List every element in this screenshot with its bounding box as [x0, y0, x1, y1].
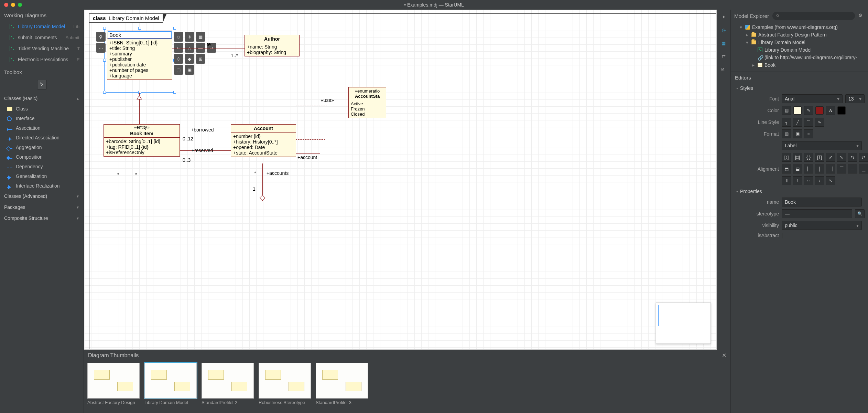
thumbnail-card[interactable]: Abstract Factory Design: [87, 363, 140, 405]
format-icon-button[interactable]: ▣: [793, 129, 802, 138]
minimap[interactable]: [656, 303, 711, 344]
stereotype-browse-button[interactable]: 🔍: [855, 209, 865, 218]
quick-more-button[interactable]: ⋯: [96, 43, 106, 53]
styles-section-header[interactable]: ▾Styles: [731, 83, 868, 93]
bring-front-button[interactable]: ⬒: [782, 165, 791, 173]
working-diagram-item[interactable]: Ticket Vending Machine — T: [0, 43, 84, 54]
linestyle-curve-button[interactable]: ∿: [815, 118, 824, 127]
quick-composition-button[interactable]: ◆: [185, 54, 194, 64]
property-name-input[interactable]: Book: [782, 198, 862, 206]
align-right-button[interactable]: ▕: [826, 165, 835, 173]
pointer-tool[interactable]: [37, 80, 47, 89]
format-opt-8[interactable]: ⇄: [859, 153, 868, 162]
tree-item[interactable]: ▾Library Domain Model: [734, 39, 865, 46]
format-opt-3[interactable]: { }: [804, 153, 813, 162]
tool-group-classes-advanced[interactable]: Classes (Advanced)▼: [0, 191, 84, 202]
grid-view-icon[interactable]: ▦: [720, 39, 727, 47]
property-stereotype-input[interactable]: —: [782, 209, 852, 218]
align-center-button[interactable]: │: [815, 165, 824, 173]
distribute-h-button[interactable]: ⫴: [782, 176, 791, 185]
tree-item[interactable]: 🔗(link to http://www.uml-diagrams.org/li…: [734, 54, 865, 61]
association-line[interactable]: [172, 49, 245, 49]
markdown-icon[interactable]: M↓: [720, 65, 727, 73]
quick-dependency-button[interactable]: ⇠: [174, 43, 183, 53]
quick-aggregation-button[interactable]: ◊: [174, 54, 183, 64]
quick-port-button[interactable]: ▢: [174, 65, 183, 75]
working-diagram-item[interactable]: submit_comments — Submit: [0, 32, 84, 43]
uml-class-author[interactable]: Author +name: String+biography: String: [245, 35, 300, 56]
text-color-swatch[interactable]: [837, 106, 846, 115]
format-opt-7[interactable]: ⇆: [848, 153, 857, 162]
format-opt-5[interactable]: ⤢: [826, 153, 835, 162]
minimize-window-button[interactable]: [11, 3, 15, 7]
tree-item[interactable]: ▸Book: [734, 61, 865, 69]
tool-composition[interactable]: Composition: [0, 152, 84, 162]
stereotype-display-select[interactable]: Label: [782, 141, 862, 150]
working-diagram-item[interactable]: Electronic Prescriptions — E: [0, 54, 84, 65]
quick-part-button[interactable]: ▣: [185, 65, 194, 75]
align-bottom-button[interactable]: ▁: [859, 165, 868, 173]
thumbnail-card[interactable]: Robustness Stereotype: [259, 363, 311, 405]
quick-add-attribute-button[interactable]: ◇: [174, 32, 183, 42]
linestyle-oblique-button[interactable]: ╱: [793, 118, 802, 127]
property-isabstract-checkbox[interactable]: [782, 233, 782, 239]
tool-aggregation[interactable]: Aggregation: [0, 142, 84, 152]
settings-icon[interactable]: ⚙: [858, 13, 865, 19]
association-line[interactable]: [296, 153, 320, 153]
quick-nested-button[interactable]: ⊞: [196, 54, 205, 64]
dependency-line[interactable]: [296, 106, 327, 106]
model-explorer-search[interactable]: [772, 12, 855, 20]
tool-interface-realization[interactable]: Interface Realization: [0, 181, 84, 191]
tree-item[interactable]: Library Domain Model: [734, 46, 865, 54]
maximize-window-button[interactable]: [18, 3, 22, 7]
linestyle-rounded-button[interactable]: ⌒: [804, 118, 813, 127]
thumbnail-card[interactable]: StandardProfileL3: [316, 363, 368, 405]
uml-class-book-item[interactable]: «entity» Book Item +barcode: String[0..1…: [104, 124, 180, 157]
font-size-select[interactable]: 13: [845, 94, 865, 103]
send-back-button[interactable]: ⬓: [793, 165, 802, 173]
match-height-button[interactable]: ↕: [815, 176, 824, 185]
linestyle-rectilinear-button[interactable]: ┐: [782, 118, 791, 127]
thumbnail-card[interactable]: StandardProfileL2: [202, 363, 254, 405]
close-thumbnails-button[interactable]: ✕: [722, 352, 726, 359]
diagram-canvas[interactable]: class Library Domain Model Book +ISBN: S…: [84, 10, 717, 350]
format-opt-6[interactable]: ⤡: [837, 153, 846, 162]
target-icon[interactable]: ◎: [720, 26, 727, 34]
tree-item[interactable]: ▾Examples (from www.uml-diagrams.org): [734, 23, 865, 31]
font-family-select[interactable]: Arial: [782, 94, 843, 103]
close-window-button[interactable]: [4, 3, 8, 7]
format-opt-2[interactable]: [□]: [793, 153, 802, 162]
class-name-inline-editor[interactable]: Book: [108, 31, 172, 39]
fill-color-swatch[interactable]: [793, 106, 802, 115]
align-left-button[interactable]: ▏: [804, 165, 813, 173]
align-top-button[interactable]: ▔: [837, 165, 846, 173]
tool-directed-association[interactable]: Directed Association: [0, 133, 84, 142]
fill-color-picker-button[interactable]: ▤: [782, 106, 791, 115]
quick-association-button[interactable]: —: [196, 43, 205, 53]
match-size-button[interactable]: ⤡: [826, 176, 835, 185]
format-decoration-button[interactable]: ≡: [804, 129, 813, 138]
align-middle-button[interactable]: ─: [848, 165, 857, 173]
line-color-swatch[interactable]: [815, 106, 824, 115]
format-opt-1[interactable]: [↕]: [782, 153, 791, 162]
tool-group-composite-structure[interactable]: Composite Structure▼: [0, 213, 84, 224]
quick-settings-button[interactable]: ✳: [185, 32, 194, 42]
tree-item[interactable]: ▸Abstract Factory Design Pattern: [734, 31, 865, 39]
distribute-v-button[interactable]: ⫶: [793, 176, 802, 185]
property-visibility-select[interactable]: public: [782, 221, 862, 230]
quick-generalization-button[interactable]: △: [185, 43, 194, 53]
match-width-button[interactable]: ↔: [804, 176, 813, 185]
tool-interface[interactable]: Interface: [0, 114, 84, 123]
quick-visibility-button[interactable]: ⚲: [96, 32, 106, 42]
association-line[interactable]: [180, 134, 231, 134]
uml-enumeration-accountstate[interactable]: «enumeratioAccountSta ActiveFrozenClosed: [348, 87, 386, 118]
thumbnail-card[interactable]: Library Domain Model: [144, 363, 197, 405]
format-opt-4[interactable]: [T]: [815, 153, 824, 162]
tool-dependency[interactable]: Dependency: [0, 162, 84, 171]
tool-group-classes-basic[interactable]: Classes (Basic)▲: [0, 93, 84, 104]
tool-group-packages[interactable]: Packages▼: [0, 202, 84, 213]
properties-section-header[interactable]: ▾Properties: [731, 187, 868, 196]
dependency-line[interactable]: [325, 106, 325, 139]
working-diagram-item[interactable]: Library Domain Model — Lib: [0, 21, 84, 32]
quick-add-operation-button[interactable]: ▦: [196, 32, 205, 42]
